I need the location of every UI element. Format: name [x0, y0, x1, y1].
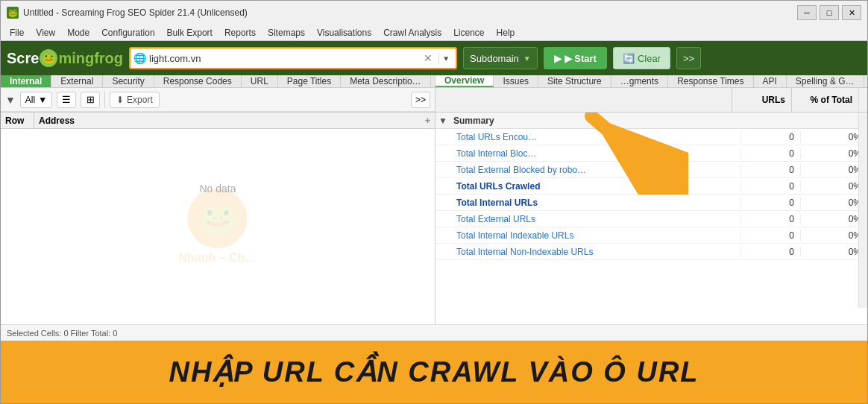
maximize-button[interactable]: □ [820, 5, 839, 20]
overview-column-headers: URLs % of Total [435, 88, 867, 112]
row-pct-5: 0% [800, 214, 867, 224]
menu-bar: File View Mode Configuration Bulk Export… [1, 25, 867, 41]
row-urls-4: 0 [740, 198, 800, 208]
tab-spelling[interactable]: Spelling & G… [787, 75, 864, 87]
tab-response-codes[interactable]: Response Codes [154, 75, 242, 87]
export-button[interactable]: ⬇ Export [110, 92, 160, 108]
col-address: Address + [34, 116, 435, 126]
subdomain-dropdown-icon[interactable]: ▼ [523, 54, 531, 63]
row-urls-2: 0 [740, 165, 800, 175]
banner: NHẬP URL CẦN CRAWL VÀO Ô URL [1, 341, 867, 403]
table-body: 🐸 Nhanh – Ch… No data [1, 129, 435, 324]
app-icon: 🐸 [7, 7, 19, 19]
tab-more-right[interactable]: ▼ [864, 75, 867, 87]
scrollbar[interactable] [858, 113, 867, 308]
row-pct-6: 0% [800, 230, 867, 241]
logo: Scre 🐸 mingfrog [7, 49, 123, 67]
tab-external[interactable]: External [51, 75, 103, 87]
filter-all-select[interactable]: All ▼ [20, 92, 52, 108]
tab-response-times[interactable]: Response Times [668, 75, 753, 87]
filter-bar: ▼ All ▼ ☰ ⊞ ⬇ Export >> [1, 88, 435, 112]
collapse-icon[interactable]: ▼ [435, 116, 450, 126]
tab-url[interactable]: URL [242, 75, 278, 87]
filter-chart-btn[interactable]: ⊞ [81, 92, 100, 108]
logo-frog: mingfrog [58, 50, 123, 67]
row-total-internal-indexable[interactable]: Total Internal Indexable URLs 0 0% [435, 227, 867, 244]
row-pct-4: 0% [800, 198, 867, 208]
tab-internal[interactable]: Internal [1, 75, 51, 87]
toolbar: Scre 🐸 mingfrog 🌐 ✕ ▼ Subdomain ▼ ▶ ▶ St… [1, 41, 867, 75]
app-window: 🐸 Untitled - Screaming Frog SEO Spider 2… [0, 0, 868, 404]
clear-button[interactable]: 🔄 Clear [613, 47, 670, 69]
overview-table: ▼ Summary Total URLs Encou… 0 0% Total I… [435, 113, 867, 324]
row-total-urls-crawled[interactable]: Total URLs Crawled 0 0% [435, 178, 867, 195]
content-area: Row Address + 🐸 Nhanh – Ch… No data [1, 113, 867, 324]
scrollbar-header [858, 88, 867, 112]
left-tab-bar: Internal External Security Response Code… [1, 75, 435, 87]
minimize-button[interactable]: ─ [797, 5, 817, 20]
row-total-urls-encountered[interactable]: Total URLs Encou… 0 0% [435, 129, 867, 145]
filter-icon: ▼ [5, 94, 16, 106]
menu-help[interactable]: Help [491, 26, 521, 40]
filter-dropdown-icon: ▼ [38, 95, 47, 105]
divider [104, 92, 105, 108]
logo-scream: Scre [7, 50, 39, 67]
row-name-total-external-urls: Total External URLs [435, 214, 740, 224]
menu-sitemaps[interactable]: Sitemaps [262, 26, 311, 40]
export-label: Export [127, 95, 153, 105]
menu-licence[interactable]: Licence [447, 26, 490, 40]
row-total-external-blocked[interactable]: Total External Blocked by robo… 0 0% [435, 162, 867, 178]
filter-all-label: All [25, 95, 35, 105]
tab-api[interactable]: API [754, 75, 787, 87]
menu-bulk-export[interactable]: Bulk Export [161, 26, 218, 40]
row-total-internal-urls[interactable]: Total Internal URLs 0 0% [435, 195, 867, 211]
url-input[interactable] [149, 53, 418, 64]
url-clear-icon[interactable]: ✕ [421, 51, 435, 66]
start-button[interactable]: ▶ ▶ Start [544, 47, 607, 69]
tab-security[interactable]: Security [103, 75, 154, 87]
tab-segments[interactable]: …gments [611, 75, 668, 87]
row-total-internal-blocked[interactable]: Total Internal Bloc… 0 0% [435, 145, 867, 162]
tab-meta-description[interactable]: Meta Descriptio… [341, 75, 430, 87]
start-label: ▶ Start [564, 53, 597, 64]
filter-list-btn[interactable]: ☰ [57, 92, 76, 108]
menu-configuration[interactable]: Configuration [95, 26, 160, 40]
row-urls-5: 0 [740, 214, 800, 224]
play-icon: ▶ [554, 53, 562, 64]
row-name-total-internal-non-indexable: Total Internal Non-Indexable URLs [435, 247, 740, 257]
clear-label: Clear [638, 53, 661, 64]
more-button[interactable]: >> [676, 47, 701, 69]
tab-overview[interactable]: Overview [435, 75, 494, 87]
left-panel: Row Address + 🐸 Nhanh – Ch… No data [1, 113, 435, 324]
menu-crawl-analysis[interactable]: Crawl Analysis [377, 26, 447, 40]
row-pct-3: 0% [800, 181, 867, 192]
tab-page-titles[interactable]: Page Titles [278, 75, 341, 87]
summary-label: Summary [450, 116, 867, 126]
close-button[interactable]: ✕ [842, 5, 861, 20]
menu-view[interactable]: View [30, 26, 61, 40]
col-row: Row [1, 113, 34, 128]
menu-file[interactable]: File [4, 26, 30, 40]
menu-visualisations[interactable]: Visualisations [311, 26, 377, 40]
tab-site-structure[interactable]: Site Structure [538, 75, 611, 87]
row-total-external-urls[interactable]: Total External URLs 0 0% [435, 211, 867, 227]
url-dropdown-icon[interactable]: ▼ [438, 53, 453, 64]
row-name-total-internal-urls: Total Internal URLs [435, 198, 740, 208]
title-bar: 🐸 Untitled - Screaming Frog SEO Spider 2… [1, 1, 867, 25]
right-panel: ▼ Summary Total URLs Encou… 0 0% Total I… [435, 113, 867, 324]
menu-reports[interactable]: Reports [218, 26, 262, 40]
filter-overview-row: ▼ All ▼ ☰ ⊞ ⬇ Export >> URLs % of Total [1, 88, 867, 113]
row-urls-3: 0 [740, 181, 800, 192]
download-icon: ⬇ [116, 95, 124, 105]
table-header: Row Address + [1, 113, 435, 129]
row-total-internal-non-indexable[interactable]: Total Internal Non-Indexable URLs 0 0% [435, 244, 867, 260]
add-col-icon[interactable]: + [425, 116, 430, 126]
tab-issues[interactable]: Issues [494, 75, 538, 87]
filter-more-btn[interactable]: >> [411, 92, 430, 108]
row-pct-0: 0% [800, 132, 867, 142]
summary-section-header: ▼ Summary [435, 113, 867, 129]
pct-header: % of Total [791, 88, 858, 112]
subdomain-selector[interactable]: Subdomain ▼ [463, 47, 538, 69]
subdomain-label: Subdomain [470, 53, 519, 64]
menu-mode[interactable]: Mode [61, 26, 95, 40]
